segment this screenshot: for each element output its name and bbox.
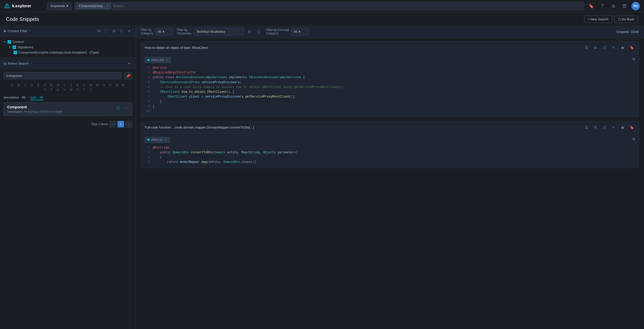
filter-annotation-item[interactable]: annotation - 46	[4, 96, 25, 100]
alpha-S[interactable]: S	[43, 88, 47, 91]
page-prev-button[interactable]: ‹	[109, 121, 116, 127]
alpha-P[interactable]: P	[108, 83, 113, 87]
snippet-1-list-icon[interactable]: ☰	[583, 44, 590, 51]
snippet-1-title: How-to-obtain an object of type: IRestCl…	[145, 46, 208, 50]
tree-child-checkbox[interactable]	[13, 45, 16, 49]
alpha-J[interactable]: J	[69, 83, 73, 87]
vocab-filter-select[interactable]: Technical Vocabulary	[194, 28, 244, 35]
alpha-Z[interactable]: Z	[89, 88, 93, 91]
snippet-2-edit-icon[interactable]: ✎	[610, 124, 617, 131]
refine-search-title: ◎ Refine Search ?	[4, 62, 32, 65]
tree-root-checkbox[interactable]	[8, 40, 11, 44]
code-line-4: 4 IServiceDiscoveryProxy serviceProxyDis…	[145, 80, 635, 85]
alpha-K[interactable]: K	[75, 83, 80, 87]
search-tag-close-icon[interactable]: ×	[106, 4, 108, 8]
bookmark-nav-icon[interactable]: 🔖	[587, 2, 595, 10]
expand-context-icon[interactable]: ⛶	[103, 28, 109, 34]
alpha-F[interactable]: F	[43, 83, 47, 87]
global-search-bar[interactable]: Component(morp... ×	[74, 2, 584, 10]
alpha-A[interactable]: A	[10, 83, 15, 87]
snippet-2-copy-icon[interactable]: ⧉	[592, 124, 599, 131]
popup-namespace-value: No package Definition Available	[24, 110, 63, 113]
refine-search-input[interactable]	[4, 72, 122, 79]
popup-namespace: NameSpace: No package Definition Availab…	[7, 110, 128, 113]
snippet-2-copy-float-icon[interactable]: ⧉	[632, 137, 635, 141]
alpha-D[interactable]: D	[30, 83, 34, 87]
copy-context-icon[interactable]: ⧉	[96, 28, 102, 34]
snippet-1-bookmark-icon[interactable]: 🔖	[628, 44, 635, 51]
help-circle-icon[interactable]: ⊙	[609, 2, 617, 10]
refine-search-section: ◎ Refine Search ? ▾ 📌 A B C D E F G	[0, 58, 136, 329]
popup-info-icon[interactable]: ⓘ	[115, 105, 121, 111]
alpha-W[interactable]: W	[69, 88, 73, 91]
alpha-V[interactable]: V	[62, 88, 67, 91]
category-filter-select[interactable]: All ▾	[155, 28, 173, 35]
snippet-1-lang-label: JAVA (10)	[151, 58, 164, 62]
alpha-M[interactable]: M	[89, 83, 93, 87]
refine-collapse-icon[interactable]: ▾	[126, 60, 132, 66]
filter-context-icon[interactable]: ⊟	[111, 28, 117, 34]
category-filter-group: Filter byCategory All ▾	[141, 28, 173, 35]
alpha-U[interactable]: U	[56, 88, 60, 91]
alpha-R[interactable]: R	[121, 83, 126, 87]
filter-type-item[interactable]: type - 46	[30, 96, 43, 100]
question-nav-icon[interactable]: ?	[598, 2, 606, 10]
snippet-1-lang-badge: JAVA (10) ⓘ	[145, 57, 171, 63]
snippet-1-camera-icon[interactable]: ⊡	[601, 44, 608, 51]
new-search-button[interactable]: + New Search	[584, 16, 612, 23]
alpha-N[interactable]: N	[95, 83, 100, 87]
snippet-2-camera-icon[interactable]: ⊡	[601, 124, 608, 131]
alpha-I[interactable]: I	[62, 83, 67, 87]
category-dropdown-icon: ▾	[163, 30, 164, 33]
snippet-2-lang-label: JAVA (1)	[151, 138, 163, 142]
alpha-Q[interactable]: Q	[115, 83, 119, 87]
alpha-H[interactable]: H	[56, 83, 60, 87]
alpha-X[interactable]: X	[75, 88, 80, 91]
context-tree: ▼ Context ▼ Signatures Component(morphis…	[0, 37, 136, 58]
vocab-save-icon[interactable]: ⬡	[255, 28, 262, 35]
user-avatar[interactable]: PA	[631, 2, 640, 10]
snippet-1-header: How-to-obtain an object of type: IRestCl…	[141, 41, 639, 54]
page-current-number[interactable]: 1	[117, 121, 124, 127]
concept-dropdown-icon: ▾	[299, 30, 300, 33]
concept-filter-select[interactable]: All ▾	[291, 28, 309, 35]
snippet-2-view-icon[interactable]: ◉	[619, 124, 626, 131]
snippet-1-edit-icon[interactable]: ✎	[610, 44, 617, 51]
nav-icons-area: 🔖 ? ⊙ ☰ PA	[587, 2, 640, 10]
search-input[interactable]	[113, 4, 582, 8]
alpha-G[interactable]: G	[49, 83, 54, 87]
snippet-2-list-icon[interactable]: ☰	[583, 124, 590, 131]
chevron-context-icon[interactable]: ▾	[126, 28, 132, 34]
menu-icon[interactable]: ☰	[620, 2, 628, 10]
vocab-filter-icon[interactable]: ⊟	[246, 28, 253, 35]
alpha-C[interactable]: C	[23, 83, 28, 87]
alpha-E[interactable]: E	[36, 83, 41, 87]
alpha-L[interactable]: L	[82, 83, 87, 87]
alpha-B[interactable]: B	[17, 83, 21, 87]
page-next-button[interactable]: ›	[126, 121, 132, 127]
vocab-filter-group: Filter byVocabulary Technical Vocabulary…	[177, 28, 262, 35]
tree-child-item: ▼ Signatures	[4, 44, 132, 50]
code-line-2: 2 @RequiredArgsConstructor	[145, 70, 635, 75]
go-back-button[interactable]: ⬡ Go Back	[614, 16, 638, 23]
snippet-1-copy-float-icon[interactable]: ⧉	[632, 57, 635, 61]
code-line-10: 10	[145, 109, 635, 114]
results-area: How-to-obtain an object of type: IRestCl…	[136, 38, 644, 329]
pagination-row: Total 1 items ‹ 1 ›	[0, 119, 136, 129]
tree-child-arrow[interactable]: ▼	[9, 46, 11, 49]
popup-title: Component	[7, 105, 128, 109]
save-context-icon[interactable]: ⬡	[118, 28, 125, 34]
alpha-T[interactable]: T	[49, 88, 54, 91]
tree-grandchild-checkbox[interactable]	[14, 51, 17, 54]
search-type-dropdown[interactable]: Keywords ▾	[47, 2, 71, 10]
alpha-O[interactable]: O	[102, 83, 106, 87]
alpha-Y[interactable]: Y	[82, 88, 87, 91]
snippet-1-actions: ☰ ⧉ ⊡ ✎ ◉ 🔖	[583, 44, 635, 51]
pin-search-icon[interactable]: 📌	[124, 72, 132, 79]
snippet-2-bookmark-icon[interactable]: 🔖	[628, 124, 635, 131]
tree-root-arrow[interactable]: ▼	[4, 40, 6, 43]
snippet-1-view-icon[interactable]: ◉	[619, 44, 626, 51]
alphabet-grid: A B C D E F G H I J K L M N O P Q	[0, 81, 136, 93]
snippet-1-copy-icon[interactable]: ⧉	[592, 44, 599, 51]
popup-navigate-icon[interactable]: ›	[123, 105, 129, 111]
